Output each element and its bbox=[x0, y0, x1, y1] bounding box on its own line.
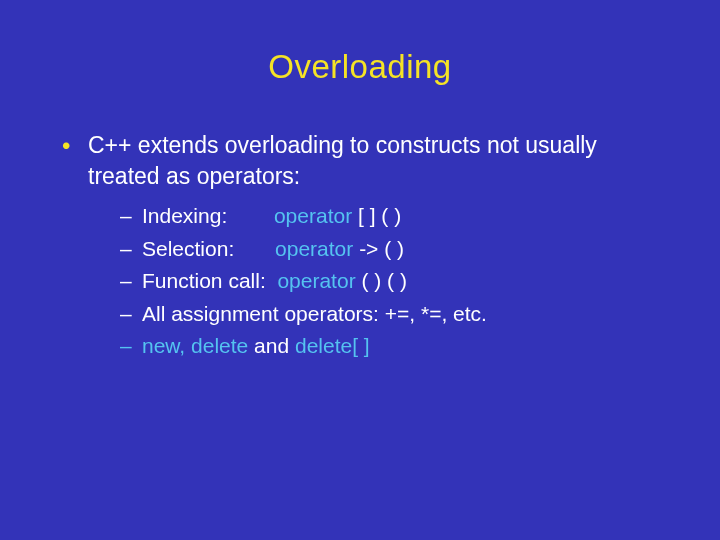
keyword: operator bbox=[274, 204, 352, 227]
signature: ( ) ( ) bbox=[356, 269, 407, 292]
bullet-item: C++ extends overloading to constructs no… bbox=[62, 130, 664, 363]
bullet-text-line2: treated as operators: bbox=[88, 163, 300, 189]
sub-item-new-delete: – new, delete and delete[ ] bbox=[120, 330, 664, 363]
dash-icon: – bbox=[120, 265, 132, 298]
bullet-list: C++ extends overloading to constructs no… bbox=[56, 130, 664, 363]
keyword: new, delete bbox=[142, 334, 248, 357]
signature: [ ] ( ) bbox=[352, 204, 401, 227]
dash-icon: – bbox=[120, 233, 132, 266]
dash-icon: – bbox=[120, 330, 132, 363]
sub-item-indexing: – Indexing: operator [ ] ( ) bbox=[120, 200, 664, 233]
sub-item-selection: – Selection: operator -> ( ) bbox=[120, 233, 664, 266]
keyword: delete[ ] bbox=[295, 334, 370, 357]
sub-label: Selection: bbox=[142, 237, 234, 260]
slide-title: Overloading bbox=[56, 48, 664, 86]
sub-item-function-call: – Function call: operator ( ) ( ) bbox=[120, 265, 664, 298]
sub-label: All assignment operators: +=, *=, etc. bbox=[142, 302, 487, 325]
sub-item-assignment: – All assignment operators: +=, *=, etc. bbox=[120, 298, 664, 331]
sub-list: – Indexing: operator [ ] ( ) – Selection… bbox=[88, 200, 664, 363]
dash-icon: – bbox=[120, 298, 132, 331]
signature: -> ( ) bbox=[353, 237, 404, 260]
sub-label: Function call: bbox=[142, 269, 266, 292]
text: and bbox=[248, 334, 295, 357]
keyword: operator bbox=[277, 269, 355, 292]
sub-label: Indexing: bbox=[142, 204, 227, 227]
slide: Overloading C++ extends overloading to c… bbox=[0, 0, 720, 540]
bullet-text-line1: C++ extends overloading to constructs no… bbox=[88, 132, 597, 158]
keyword: operator bbox=[275, 237, 353, 260]
dash-icon: – bbox=[120, 200, 132, 233]
